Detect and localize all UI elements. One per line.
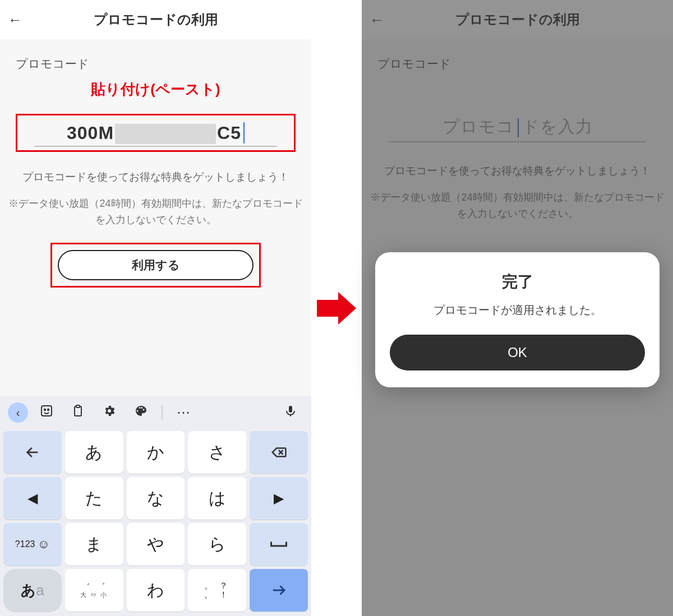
key-ra[interactable]: ら bbox=[188, 523, 246, 566]
soft-keyboard: ‹ ⋯ bbox=[0, 396, 311, 616]
key-enter[interactable] bbox=[250, 569, 308, 612]
content: プロモコード 貼り付け(ペースト) bbox=[0, 39, 311, 114]
apply-button[interactable]: 利用する bbox=[58, 250, 253, 280]
dakuten-label: ゛ ゜ bbox=[81, 582, 107, 592]
kbd-chevron-left-icon[interactable]: ‹ bbox=[8, 402, 28, 423]
code-obscured bbox=[115, 124, 216, 144]
kbd-palette-icon[interactable] bbox=[128, 404, 154, 421]
transition-arrow bbox=[311, 0, 362, 616]
completion-dialog: 完了 プロモコードが適用されました。 OK bbox=[375, 252, 660, 387]
punct-top: 。 ？ bbox=[204, 581, 230, 591]
key-ka[interactable]: か bbox=[127, 431, 185, 474]
field-label: プロモコード bbox=[16, 56, 296, 72]
annotation-paste: 貼り付け(ペースト) bbox=[16, 80, 296, 99]
key-wa[interactable]: わ bbox=[127, 569, 185, 612]
hint-line-2: ※データ使い放題（24時間）有効期間中は、新たなプロモコードを入力しないでくださ… bbox=[6, 196, 306, 228]
dialog-title: 完了 bbox=[390, 271, 645, 293]
svg-point-2 bbox=[48, 409, 49, 410]
hint-line-1: プロモコードを使ってお得な特典をゲットしましょう！ bbox=[6, 169, 306, 186]
key-ta[interactable]: た bbox=[65, 477, 123, 520]
arrow-right-icon bbox=[317, 292, 356, 325]
key-sa[interactable]: さ bbox=[188, 431, 246, 474]
code-suffix: C5 bbox=[217, 123, 241, 143]
key-left[interactable]: ◀ bbox=[3, 477, 62, 520]
numeric-mode-label: ?123 bbox=[15, 539, 35, 549]
svg-point-1 bbox=[44, 409, 45, 410]
key-punct[interactable]: 。 ？ 、 ！ bbox=[188, 569, 246, 612]
kbd-settings-icon[interactable] bbox=[96, 404, 122, 421]
punct-bot: 、 ！ bbox=[204, 590, 230, 600]
key-ha[interactable]: は bbox=[188, 477, 246, 520]
promo-code-value: 300M C5 bbox=[67, 122, 245, 143]
key-ma[interactable]: ま bbox=[65, 523, 123, 566]
key-mode-numeric[interactable]: ?123 ☺ bbox=[3, 523, 62, 566]
apply-highlight: 利用する bbox=[50, 243, 261, 288]
page-title: プロモコードの利用 bbox=[30, 11, 281, 29]
key-lang-toggle[interactable]: あa bbox=[3, 569, 62, 612]
key-a[interactable]: あ bbox=[65, 431, 123, 474]
svg-rect-0 bbox=[42, 406, 52, 416]
back-icon[interactable]: ← bbox=[8, 11, 30, 29]
kbd-more-icon[interactable]: ⋯ bbox=[170, 405, 196, 420]
svg-rect-4 bbox=[76, 405, 80, 407]
key-na[interactable]: な bbox=[127, 477, 185, 520]
key-backspace[interactable] bbox=[250, 431, 308, 474]
promo-code-input[interactable]: 300M C5 bbox=[16, 114, 296, 152]
key-undo[interactable] bbox=[3, 431, 62, 474]
dialog-body: プロモコードが適用されました。 bbox=[390, 303, 645, 318]
header: ← プロモコードの利用 bbox=[0, 0, 311, 39]
kbd-clipboard-icon[interactable] bbox=[65, 404, 91, 421]
key-right[interactable]: ▶ bbox=[250, 477, 308, 520]
text-caret bbox=[243, 122, 245, 143]
dialog-ok-button[interactable]: OK bbox=[390, 335, 645, 370]
keyboard-toolbar: ‹ ⋯ bbox=[0, 396, 311, 429]
size-label: 大 ⇔ 小 bbox=[80, 591, 108, 598]
keyboard-grid: あ か さ ◀ た な は ▶ ?123 ☺ ま bbox=[0, 429, 311, 616]
svg-marker-8 bbox=[317, 292, 356, 325]
code-prefix: 300M bbox=[67, 123, 114, 143]
key-size-toggle[interactable]: ゛ ゜ 大 ⇔ 小 bbox=[65, 569, 123, 612]
kbd-sticker-icon[interactable] bbox=[34, 404, 59, 421]
kbd-mic-icon[interactable] bbox=[278, 404, 303, 421]
left-screen: ← プロモコードの利用 プロモコード 貼り付け(ペースト) 300M C5 プロ… bbox=[0, 0, 311, 616]
key-space[interactable] bbox=[250, 523, 308, 566]
right-screen: ← プロモコードの利用 プロモコード プロモコ ドを入力 プロモコードを使ってお… bbox=[362, 0, 673, 616]
key-ya[interactable]: や bbox=[127, 523, 185, 566]
